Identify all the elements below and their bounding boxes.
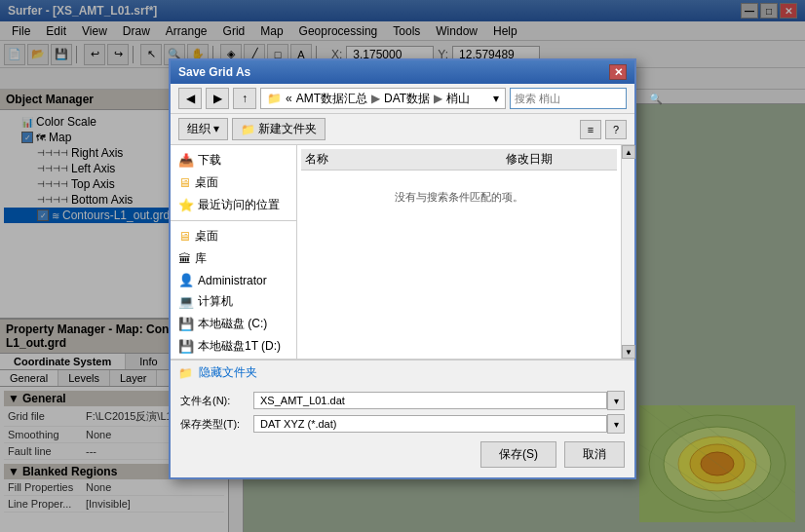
dialog-body: 📥 下载 🖥 桌面 ⭐ 最近访问的位置 🖥 桌面 🏛 <box>171 145 634 360</box>
breadcrumb-root: AMT数据汇总 <box>296 91 367 107</box>
view-help-btn[interactable]: ? <box>605 120 627 139</box>
recent-label: 最近访问的位置 <box>198 197 280 213</box>
breadcrumb-sep2: ▶ <box>434 92 442 105</box>
hidden-files-label: 隐藏文件夹 <box>199 364 257 381</box>
sidebar-item-administrator[interactable]: 👤 Administrator <box>171 270 296 290</box>
desktop-label: 桌面 <box>195 174 218 191</box>
drive-d-label: 本地磁盘1T (D:) <box>198 338 281 355</box>
dialog-title-bar: Save Grid As ✕ <box>171 60 634 84</box>
breadcrumb-sep1: ▶ <box>371 92 380 105</box>
dialog-title: Save Grid As <box>178 65 250 79</box>
scroll-up-btn[interactable]: ▲ <box>622 145 635 159</box>
cancel-button[interactable]: 取消 <box>564 441 625 468</box>
filetype-dropdown-btn[interactable]: ▾ <box>607 414 625 434</box>
sidebar-item-desktop2[interactable]: 🖥 桌面 <box>171 225 296 247</box>
search-icon: 🔍 <box>649 93 663 105</box>
breadcrumb-icon: 📁 <box>267 92 282 105</box>
view-list-btn[interactable]: ≡ <box>580 120 601 139</box>
filename-input[interactable] <box>253 392 607 409</box>
dialog-close-btn[interactable]: ✕ <box>609 64 627 80</box>
col-name-header: 名称 <box>305 151 506 168</box>
filename-label: 文件名(N): <box>180 394 253 408</box>
files-scrollbar: ▲ ▼ <box>621 145 634 359</box>
scroll-track[interactable] <box>622 159 634 345</box>
breadcrumb-part1: « <box>286 92 292 105</box>
sidebar-item-recent[interactable]: ⭐ 最近访问的位置 <box>171 194 296 216</box>
save-grid-dialog: Save Grid As ✕ ◀ ▶ ↑ 📁 « AMT数据汇总 ▶ DAT数据… <box>169 58 636 479</box>
new-folder-btn[interactable]: 📁 新建文件夹 <box>232 118 326 140</box>
desktop2-icon: 🖥 <box>178 229 191 244</box>
drive-d-icon: 💾 <box>178 339 194 354</box>
breadcrumb-bar[interactable]: 📁 « AMT数据汇总 ▶ DAT数据 ▶ 梢山 ▾ <box>260 88 506 109</box>
search-input[interactable] <box>515 93 649 104</box>
sidebar-item-desktop[interactable]: 🖥 桌面 <box>171 171 296 194</box>
filename-dropdown-btn[interactable]: ▾ <box>607 391 625 410</box>
hidden-files-icon: 📁 <box>178 366 193 380</box>
dialog-toolbar: 组织 ▾ 📁 新建文件夹 ≡ ? <box>171 114 634 145</box>
sidebar-item-drive-d[interactable]: 💾 本地磁盘1T (D:) <box>171 335 296 358</box>
dialog-action-row: 保存(S) 取消 <box>180 437 625 472</box>
library-icon: 🏛 <box>178 251 191 266</box>
breadcrumb-current: 梢山 <box>446 91 470 107</box>
dialog-overlay: Save Grid As ✕ ◀ ▶ ↑ 📁 « AMT数据汇总 ▶ DAT数据… <box>0 0 805 532</box>
organize-label: 组织 ▾ <box>187 121 219 137</box>
dialog-sidebar: 📥 下载 🖥 桌面 ⭐ 最近访问的位置 🖥 桌面 🏛 <box>171 145 297 359</box>
breadcrumb-dropdown[interactable]: ▾ <box>493 92 499 105</box>
sidebar-item-library[interactable]: 🏛 库 <box>171 247 296 270</box>
sidebar-item-drive-c[interactable]: 💾 本地磁盘 (C:) <box>171 313 296 335</box>
file-header: 名称 修改日期 <box>301 149 617 171</box>
admin-label: Administrator <box>198 274 267 287</box>
dialog-tb-right: ≡ ? <box>580 120 627 139</box>
desktop-icon: 🖥 <box>178 175 191 190</box>
sidebar-item-download[interactable]: 📥 下载 <box>171 149 296 171</box>
nav-back-btn[interactable]: ◀ <box>178 88 202 109</box>
save-button[interactable]: 保存(S) <box>480 441 556 468</box>
library-label: 库 <box>195 250 207 267</box>
dialog-nav: ◀ ▶ ↑ 📁 « AMT数据汇总 ▶ DAT数据 ▶ 梢山 ▾ 🔍 <box>171 84 634 114</box>
col-date-header: 修改日期 <box>506 151 613 168</box>
files-list[interactable]: 名称 修改日期 没有与搜索条件匹配的项。 <box>297 145 621 359</box>
filename-row: 文件名(N): ▾ <box>180 391 625 410</box>
download-icon: 📥 <box>178 153 194 168</box>
new-folder-label: 新建文件夹 <box>258 121 317 137</box>
drive-c-icon: 💾 <box>178 317 194 331</box>
download-label: 下载 <box>198 152 221 169</box>
organize-btn[interactable]: 组织 ▾ <box>178 118 228 140</box>
nav-forward-btn[interactable]: ▶ <box>206 88 229 109</box>
computer-label: 计算机 <box>198 293 233 310</box>
filetype-row: 保存类型(T): ▾ <box>180 414 625 434</box>
breadcrumb-mid: DAT数据 <box>384 91 430 107</box>
dialog-footer: 文件名(N): ▾ 保存类型(T): ▾ 保存(S) 取消 <box>171 385 634 477</box>
dialog-files: 名称 修改日期 没有与搜索条件匹配的项。 ▲ ▼ <box>297 145 634 359</box>
nav-up-btn[interactable]: ↑ <box>233 88 256 109</box>
hidden-files-row[interactable]: 📁 隐藏文件夹 <box>171 360 634 385</box>
search-box: 🔍 <box>510 88 627 109</box>
filetype-input[interactable] <box>253 415 607 433</box>
admin-icon: 👤 <box>178 273 194 287</box>
desktop2-label: 桌面 <box>195 228 218 245</box>
filetype-label: 保存类型(T): <box>180 417 253 432</box>
computer-icon: 💻 <box>178 294 194 309</box>
drive-c-label: 本地磁盘 (C:) <box>198 316 267 332</box>
scroll-down-btn[interactable]: ▼ <box>622 345 635 359</box>
recent-icon: ⭐ <box>178 198 194 212</box>
new-folder-icon: 📁 <box>241 123 255 136</box>
dialog-tb-left: 组织 ▾ 📁 新建文件夹 <box>178 118 326 140</box>
sidebar-item-computer[interactable]: 💻 计算机 <box>171 290 296 313</box>
empty-message: 没有与搜索条件匹配的项。 <box>301 171 617 224</box>
